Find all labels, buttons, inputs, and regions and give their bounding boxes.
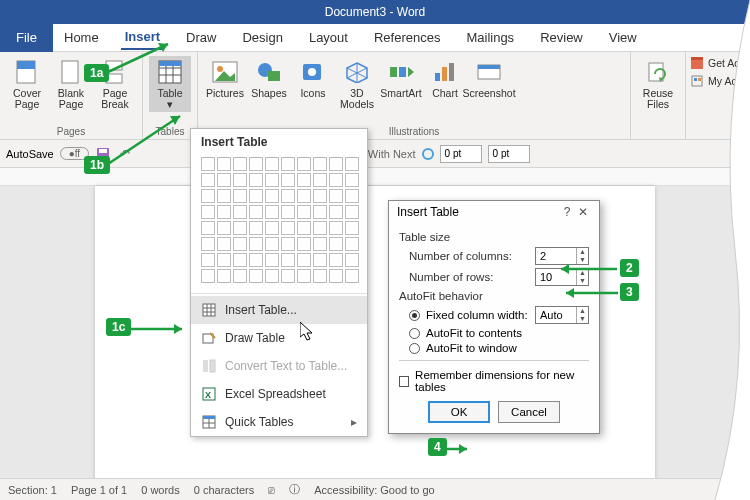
grid-cell[interactable] (313, 253, 327, 267)
grid-cell[interactable] (281, 237, 295, 251)
grid-cell[interactable] (201, 189, 215, 203)
table-size-grid[interactable] (191, 153, 367, 291)
grid-cell[interactable] (233, 221, 247, 235)
radio-fixed-width[interactable]: Fixed column width:Auto▲▼ (409, 306, 589, 324)
grid-cell[interactable] (249, 253, 263, 267)
grid-cell[interactable] (217, 205, 231, 219)
grid-cell[interactable] (313, 189, 327, 203)
spacing-after-input[interactable]: 0 pt (488, 145, 530, 163)
grid-cell[interactable] (201, 221, 215, 235)
grid-cell[interactable] (265, 173, 279, 187)
grid-cell[interactable] (217, 157, 231, 171)
grid-cell[interactable] (281, 173, 295, 187)
tab-review[interactable]: Review (536, 26, 587, 49)
cover-page-button[interactable]: Cover Page (6, 56, 48, 112)
grid-cell[interactable] (281, 269, 295, 283)
dialog-help-button[interactable]: ? (559, 205, 575, 219)
status-language-icon[interactable]: ⎚ (268, 484, 275, 496)
grid-cell[interactable] (313, 157, 327, 171)
icons-button[interactable]: Icons (292, 56, 334, 112)
grid-cell[interactable] (265, 269, 279, 283)
smartart-button[interactable]: SmartArt (380, 56, 422, 112)
menu-quick-tables[interactable]: Quick Tables ▸ (191, 408, 367, 436)
grid-cell[interactable] (233, 189, 247, 203)
grid-cell[interactable] (265, 205, 279, 219)
grid-cell[interactable] (329, 221, 343, 235)
grid-cell[interactable] (281, 205, 295, 219)
grid-cell[interactable] (233, 269, 247, 283)
grid-cell[interactable] (233, 157, 247, 171)
grid-cell[interactable] (313, 237, 327, 251)
grid-cell[interactable] (297, 205, 311, 219)
tab-file[interactable]: File (0, 24, 53, 52)
grid-cell[interactable] (233, 253, 247, 267)
chart-button[interactable]: Chart (424, 56, 466, 112)
grid-cell[interactable] (281, 221, 295, 235)
dialog-close-button[interactable]: ✕ (575, 205, 591, 219)
radio-autofit-window[interactable]: AutoFit to window (409, 342, 589, 354)
grid-cell[interactable] (217, 221, 231, 235)
keep-with-next-radio[interactable] (422, 148, 434, 160)
screenshot-button[interactable]: Screenshot (468, 56, 510, 112)
grid-cell[interactable] (249, 237, 263, 251)
grid-cell[interactable] (297, 253, 311, 267)
grid-cell[interactable] (249, 205, 263, 219)
grid-cell[interactable] (233, 173, 247, 187)
grid-cell[interactable] (249, 189, 263, 203)
grid-cell[interactable] (329, 253, 343, 267)
fixed-width-input[interactable]: Auto▲▼ (535, 306, 589, 324)
grid-cell[interactable] (281, 189, 295, 203)
spacing-before-input[interactable]: 0 pt (440, 145, 482, 163)
grid-cell[interactable] (201, 269, 215, 283)
tab-mailings[interactable]: Mailings (462, 26, 518, 49)
grid-cell[interactable] (297, 157, 311, 171)
cancel-button[interactable]: Cancel (498, 401, 560, 423)
grid-cell[interactable] (265, 189, 279, 203)
grid-cell[interactable] (201, 237, 215, 251)
grid-cell[interactable] (265, 221, 279, 235)
grid-cell[interactable] (217, 253, 231, 267)
grid-cell[interactable] (249, 173, 263, 187)
grid-cell[interactable] (329, 237, 343, 251)
status-chars[interactable]: 0 characters (194, 484, 255, 496)
grid-cell[interactable] (249, 221, 263, 235)
tab-home[interactable]: Home (60, 26, 103, 49)
status-page[interactable]: Page 1 of 1 (71, 484, 127, 496)
tab-draw[interactable]: Draw (182, 26, 220, 49)
grid-cell[interactable] (329, 157, 343, 171)
grid-cell[interactable] (345, 205, 359, 219)
grid-cell[interactable] (313, 221, 327, 235)
shapes-button[interactable]: Shapes (248, 56, 290, 112)
grid-cell[interactable] (313, 173, 327, 187)
grid-cell[interactable] (217, 269, 231, 283)
grid-cell[interactable] (297, 221, 311, 235)
grid-cell[interactable] (345, 173, 359, 187)
grid-cell[interactable] (345, 253, 359, 267)
radio-autofit-contents[interactable]: AutoFit to contents (409, 327, 589, 339)
remember-checkbox[interactable]: Remember dimensions for new tables (399, 369, 589, 393)
status-section[interactable]: Section: 1 (8, 484, 57, 496)
status-words[interactable]: 0 words (141, 484, 180, 496)
menu-excel-spreadsheet[interactable]: X Excel Spreadsheet (191, 380, 367, 408)
grid-cell[interactable] (201, 253, 215, 267)
grid-cell[interactable] (297, 189, 311, 203)
grid-cell[interactable] (313, 269, 327, 283)
tab-view[interactable]: View (605, 26, 641, 49)
menu-draw-table[interactable]: Draw Table (191, 324, 367, 352)
tab-design[interactable]: Design (238, 26, 286, 49)
pictures-button[interactable]: Pictures (204, 56, 246, 112)
grid-cell[interactable] (217, 189, 231, 203)
grid-cell[interactable] (297, 173, 311, 187)
status-accessibility[interactable]: Accessibility: Good to go (314, 484, 434, 496)
grid-cell[interactable] (217, 173, 231, 187)
grid-cell[interactable] (233, 205, 247, 219)
grid-cell[interactable] (297, 269, 311, 283)
reuse-files-button[interactable]: Reuse Files (637, 56, 679, 112)
grid-cell[interactable] (265, 237, 279, 251)
grid-cell[interactable] (297, 237, 311, 251)
grid-cell[interactable] (345, 189, 359, 203)
grid-cell[interactable] (281, 157, 295, 171)
grid-cell[interactable] (345, 157, 359, 171)
grid-cell[interactable] (329, 189, 343, 203)
grid-cell[interactable] (345, 221, 359, 235)
